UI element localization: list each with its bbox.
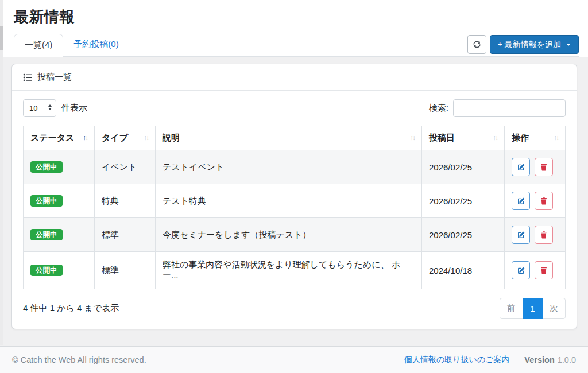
card-header: 投稿一覧 — [12, 64, 577, 91]
sort-icon — [554, 134, 558, 142]
page-length-select[interactable]: 10 — [24, 100, 56, 116]
trash-icon — [540, 197, 548, 205]
add-news-button[interactable]: + 最新情報を追加 — [490, 35, 579, 54]
page-title: 最新情報 — [14, 7, 579, 27]
edit-button[interactable] — [512, 226, 530, 244]
status-cell: 公開中 — [24, 218, 95, 252]
date-cell: 2026/02/25 — [422, 218, 505, 252]
pagination-page-1[interactable]: 1 — [523, 298, 543, 319]
main-footer: © Catch the Web All rights reserved. 個人情… — [0, 346, 588, 373]
status-badge: 公開中 — [30, 161, 63, 173]
pagination-prev[interactable]: 前 — [500, 298, 523, 319]
actions-cell — [505, 150, 566, 184]
edit-button[interactable] — [512, 261, 530, 279]
search-control: 検索: — [429, 99, 566, 117]
version-text: Version1.0.0 — [524, 355, 576, 364]
type-cell: イベント — [95, 150, 156, 184]
page: 最新情報 一覧(4) 予約投稿(0) + 最新情報を追加 — [0, 0, 588, 373]
edit-icon — [517, 163, 525, 172]
column-header-status[interactable]: ステータス — [24, 126, 95, 150]
actions-cell — [505, 184, 566, 218]
refresh-icon — [473, 40, 481, 49]
tab-bar: 一覧(4) 予約投稿(0) + 最新情報を追加 — [14, 34, 579, 57]
window-edge-strip — [0, 0, 3, 345]
edit-button[interactable] — [512, 192, 530, 210]
search-label: 検索: — [429, 103, 448, 114]
delete-button[interactable] — [535, 226, 553, 244]
pagination-next[interactable]: 次 — [543, 298, 566, 319]
delete-button[interactable] — [535, 261, 553, 279]
date-cell: 2024/10/18 — [422, 252, 505, 289]
type-cell: 標準 — [95, 218, 156, 252]
search-input[interactable] — [453, 99, 566, 117]
column-header-actions[interactable]: 操作 — [505, 126, 566, 150]
post-list-card: 投稿一覧 10 件表示 検索: — [11, 64, 577, 329]
tab-list-label: 一覧(4) — [25, 40, 52, 49]
type-cell: 特典 — [95, 184, 156, 218]
posts-table: ステータス タイプ 説明 — [23, 126, 566, 289]
description-cell: 今度セミナーをします（投稿テスト） — [156, 218, 422, 252]
sort-icon — [144, 134, 148, 142]
window-edge-strip-dark — [0, 26, 3, 50]
trash-icon — [540, 231, 548, 239]
page-header: 最新情報 一覧(4) 予約投稿(0) + 最新情報を追加 — [0, 0, 588, 57]
date-cell: 2026/02/25 — [422, 150, 505, 184]
tab-scheduled-posts-label: 予約投稿(0) — [74, 39, 118, 49]
list-icon — [23, 73, 32, 82]
sort-icon — [410, 134, 415, 142]
table-footer: 4 件中 1 から 4 まで表示 前 1 次 — [23, 298, 566, 319]
column-header-date[interactable]: 投稿日 — [422, 126, 505, 150]
content-area: 投稿一覧 10 件表示 検索: — [0, 57, 588, 346]
refresh-button[interactable] — [467, 35, 486, 54]
actions-cell — [505, 252, 566, 289]
page-length-label: 件表示 — [61, 103, 87, 114]
trash-icon — [540, 163, 548, 171]
edit-icon — [517, 197, 525, 205]
caret-down-icon — [566, 44, 571, 46]
column-header-type[interactable]: タイプ — [95, 126, 156, 150]
description-cell: テストイベント — [156, 150, 422, 184]
sort-icon — [493, 134, 497, 142]
column-header-description[interactable]: 説明 — [156, 126, 422, 150]
page-length-control: 10 件表示 — [23, 99, 87, 117]
status-cell: 公開中 — [24, 150, 95, 184]
table-controls: 10 件表示 検索: — [23, 99, 566, 117]
copyright-text: © Catch the Web All rights reserved. — [12, 355, 146, 364]
status-badge: 公開中 — [30, 265, 63, 277]
edit-icon — [517, 231, 525, 239]
add-news-button-label: + 最新情報を追加 — [498, 40, 561, 50]
delete-button[interactable] — [535, 158, 553, 176]
table-row: 公開中 標準 今度セミナーをします（投稿テスト） 2026/02/25 — [24, 218, 566, 252]
delete-button[interactable] — [535, 192, 553, 210]
pagination: 前 1 次 — [500, 298, 566, 319]
trash-icon — [540, 266, 548, 274]
actions-cell — [505, 218, 566, 252]
description-cell: テスト特典 — [156, 184, 422, 218]
status-badge: 公開中 — [30, 195, 63, 207]
table-row: 公開中 特典 テスト特典 2026/02/25 — [24, 184, 566, 218]
table-info: 4 件中 1 から 4 まで表示 — [23, 303, 119, 314]
status-cell: 公開中 — [24, 184, 95, 218]
table-header-row: ステータス タイプ 説明 — [24, 126, 566, 150]
type-cell: 標準 — [95, 252, 156, 289]
status-badge: 公開中 — [30, 229, 63, 241]
table-row: 公開中 標準 弊社の事業内容や活動状況をより理解してもらうために、 ホー... … — [24, 252, 566, 289]
sort-icon — [83, 134, 87, 142]
card-title: 投稿一覧 — [37, 72, 72, 83]
status-cell: 公開中 — [24, 252, 95, 289]
privacy-policy-link[interactable]: 個人情報の取り扱いのご案内 — [404, 355, 510, 365]
date-cell: 2026/02/25 — [422, 184, 505, 218]
tab-scheduled-posts[interactable]: 予約投稿(0) — [63, 34, 129, 56]
table-row: 公開中 イベント テストイベント 2026/02/25 — [24, 150, 566, 184]
version-label: Version — [524, 355, 554, 364]
header-actions: + 最新情報を追加 — [467, 35, 579, 54]
edit-button[interactable] — [512, 158, 530, 176]
tab-list[interactable]: 一覧(4) — [14, 34, 63, 57]
card-body: 10 件表示 検索: — [12, 91, 577, 329]
version-value: 1.0.0 — [558, 355, 576, 364]
page-length-select-wrap[interactable]: 10 — [23, 99, 56, 117]
description-cell: 弊社の事業内容や活動状況をより理解してもらうために、 ホー... — [156, 252, 422, 289]
edit-icon — [517, 266, 525, 275]
